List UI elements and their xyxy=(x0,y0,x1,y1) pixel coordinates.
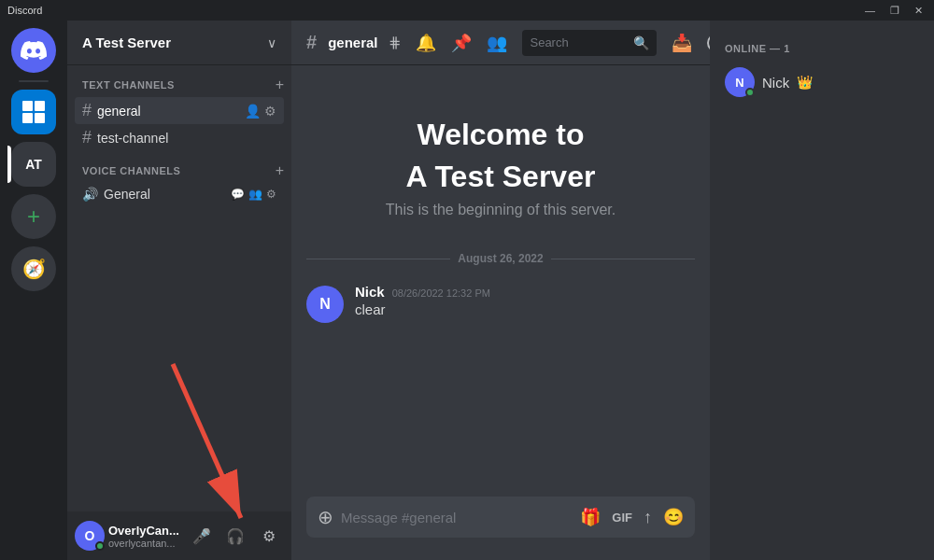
add-server-button[interactable]: + xyxy=(11,194,56,239)
user-panel: O OverlyCan... overlycantan... 🎤 🎧 ⚙ xyxy=(67,511,291,560)
add-members-icon[interactable]: 👥 xyxy=(487,33,507,53)
channel-general-name: general xyxy=(97,104,239,119)
message-timestamp-0: 08/26/2022 12:32 PM xyxy=(392,287,490,299)
user-name: OverlyCan... xyxy=(108,524,183,538)
channel-test-name: test-channel xyxy=(97,131,276,146)
user-avatar: O xyxy=(75,521,105,551)
minimize-button[interactable]: — xyxy=(861,5,879,17)
server-header[interactable]: A Test Server ∨ xyxy=(67,21,291,65)
gift-button[interactable]: 🎁 xyxy=(580,507,601,527)
threads-icon[interactable]: ⋕ xyxy=(389,34,401,51)
server-list: AT + 🧭 xyxy=(0,21,67,560)
online-members-header: ONLINE — 1 xyxy=(717,35,927,62)
chat-input-field[interactable]: Message #general xyxy=(341,510,573,525)
member-crown-nick: 👑 xyxy=(797,75,813,90)
notification-bell-icon[interactable]: 🔔 xyxy=(416,33,436,53)
voice-chat-icon[interactable]: 💬 xyxy=(231,188,245,201)
member-name-nick: Nick xyxy=(762,75,789,91)
channel-hashtag-icon-2: # xyxy=(82,128,92,147)
date-divider-line-left xyxy=(306,259,450,259)
welcome-subtitle: This is the beginning of this server. xyxy=(347,202,654,218)
date-divider: August 26, 2022 xyxy=(291,237,710,280)
welcome-title-line2: A Test Server xyxy=(347,160,654,194)
invite-people-icon[interactable]: 👤 xyxy=(245,104,261,119)
channel-general[interactable]: # general 👤 ⚙ xyxy=(75,97,284,124)
speaker-icon: 🔊 xyxy=(82,187,98,202)
date-divider-text: August 26, 2022 xyxy=(458,252,543,265)
voice-channels-header[interactable]: VOICE CHANNELS + xyxy=(67,159,291,183)
message-0: N Nick 08/26/2022 12:32 PM clear xyxy=(291,280,710,327)
channel-test-channel[interactable]: # test-channel xyxy=(75,124,284,151)
members-sidebar: ONLINE — 1 N Nick 👑 xyxy=(710,21,934,560)
emoji-button[interactable]: 😊 xyxy=(663,507,684,527)
date-divider-line-right xyxy=(551,259,695,259)
channel-general-voice-name: General xyxy=(104,187,225,202)
server-list-divider xyxy=(19,80,49,82)
text-channels-label: TEXT CHANNELS xyxy=(82,79,175,91)
voice-channels-section: VOICE CHANNELS + 🔊 General 💬 👥 ⚙ xyxy=(67,159,291,205)
input-placeholder: Message #general xyxy=(341,510,456,525)
server-name: A Test Server xyxy=(82,35,171,50)
message-avatar-0: N xyxy=(306,286,344,323)
server-a-test[interactable]: AT xyxy=(11,142,56,187)
search-placeholder: Search xyxy=(530,35,630,49)
server-windows-wrapper xyxy=(11,90,56,134)
titlebar: Discord — ❐ ✕ xyxy=(0,0,934,21)
message-text-0: clear xyxy=(355,301,695,317)
user-status: overlycantan... xyxy=(108,538,183,549)
text-channels-header[interactable]: TEXT CHANNELS + xyxy=(67,73,291,97)
voice-channels-label: VOICE CHANNELS xyxy=(82,165,180,176)
member-online-dot-nick xyxy=(745,88,755,97)
explore-servers-button[interactable]: 🧭 xyxy=(11,246,56,291)
server-chevron-icon: ∨ xyxy=(267,35,276,50)
server-discord-home[interactable] xyxy=(11,28,56,73)
sticker-button[interactable]: ↑ xyxy=(644,508,652,527)
maximize-button[interactable]: ❐ xyxy=(886,5,903,17)
member-nick[interactable]: N Nick 👑 xyxy=(717,62,927,103)
chat-hashtag-icon: # xyxy=(306,32,317,53)
gif-button[interactable]: GIF xyxy=(612,511,632,525)
server-windows[interactable] xyxy=(11,90,56,134)
message-header-0: Nick 08/26/2022 12:32 PM xyxy=(355,284,695,300)
compass-icon: 🧭 xyxy=(22,258,46,280)
message-author-0: Nick xyxy=(355,284,385,300)
pin-icon[interactable]: 📌 xyxy=(451,33,472,53)
chat-channel-name: general xyxy=(328,35,377,50)
titlebar-title: Discord xyxy=(7,5,42,16)
inbox-icon[interactable]: 📥 xyxy=(672,33,692,53)
message-content-0: Nick 08/26/2022 12:32 PM clear xyxy=(355,284,695,317)
text-channels-section: TEXT CHANNELS + # general 👤 ⚙ # test-cha… xyxy=(67,73,291,151)
channel-sidebar: A Test Server ∨ TEXT CHANNELS + # genera… xyxy=(67,21,291,560)
voice-channel-actions: 💬 👥 ⚙ xyxy=(231,188,276,201)
user-controls: 🎤 🎧 ⚙ xyxy=(187,521,284,551)
user-settings-button[interactable]: ⚙ xyxy=(254,521,284,551)
channel-settings-icon[interactable]: ⚙ xyxy=(264,104,276,119)
app-layout: AT + 🧭 A Test Server ∨ TEXT CHANNELS + #… xyxy=(0,21,934,560)
server-active-bar xyxy=(7,146,11,183)
search-icon: 🔍 xyxy=(633,35,649,50)
add-attachment-button[interactable]: ⊕ xyxy=(318,506,333,528)
channel-list: TEXT CHANNELS + # general 👤 ⚙ # test-cha… xyxy=(67,65,291,511)
chat-messages: Welcome to A Test Server This is the beg… xyxy=(291,65,710,497)
close-button[interactable]: ✕ xyxy=(911,5,927,17)
chat-input-area: ⊕ Message #general 🎁 GIF ↑ 😊 xyxy=(291,497,710,560)
welcome-section: Welcome to A Test Server This is the beg… xyxy=(291,80,710,237)
user-avatar-letter: O xyxy=(85,528,95,543)
server-add-wrapper: AT xyxy=(11,142,56,187)
voice-invite-icon[interactable]: 👥 xyxy=(248,188,262,201)
voice-settings-icon[interactable]: ⚙ xyxy=(266,188,276,201)
deafen-button[interactable]: 🎧 xyxy=(220,521,250,551)
channel-general-voice[interactable]: 🔊 General 💬 👥 ⚙ xyxy=(75,183,284,205)
chat-input-box: ⊕ Message #general 🎁 GIF ↑ 😊 xyxy=(306,497,695,538)
add-text-channel-icon[interactable]: + xyxy=(276,77,284,93)
chat-header-actions: ⋕ 🔔 📌 👥 Search 🔍 📥 ? xyxy=(389,30,710,56)
search-bar[interactable]: Search 🔍 xyxy=(522,30,657,56)
add-voice-channel-icon[interactable]: + xyxy=(276,162,284,179)
user-online-dot xyxy=(95,541,105,551)
welcome-title-line1: Welcome to xyxy=(347,118,654,152)
input-actions: 🎁 GIF ↑ 😊 xyxy=(580,507,684,527)
chat-header: # general ⋕ 🔔 📌 👥 Search 🔍 📥 ? xyxy=(291,21,710,65)
chat-area: # general ⋕ 🔔 📌 👥 Search 🔍 📥 ? Welcome t… xyxy=(291,21,710,560)
mute-button[interactable]: 🎤 xyxy=(187,521,217,551)
channel-hashtag-icon: # xyxy=(82,101,92,120)
